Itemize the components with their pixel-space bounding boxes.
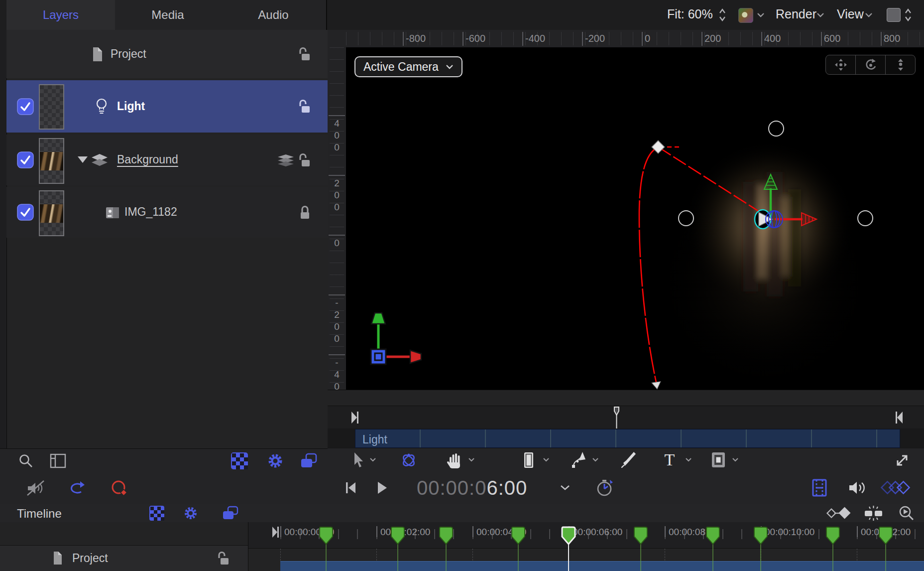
search-icon[interactable] (18, 453, 34, 469)
timeline-ruler[interactable]: 00:00:00:0000:00:02:0000:00:04:0000:00:0… (248, 522, 924, 549)
view-menu[interactable]: View (837, 7, 864, 21)
expand-view-icon[interactable] (894, 452, 910, 468)
camera-select-button[interactable]: Active Camera (354, 56, 462, 77)
tab-media[interactable]: Media (115, 0, 222, 30)
zoom-level-control[interactable]: Fit: 60% (667, 7, 713, 21)
swatch-chevron-icon[interactable] (757, 12, 765, 17)
layer-row-project[interactable]: Project (6, 30, 328, 78)
view-chevron-icon[interactable] (865, 12, 873, 17)
timeline-marker[interactable] (439, 526, 454, 546)
light-clip-bar[interactable]: Light (355, 429, 900, 448)
timeline-marker[interactable] (705, 526, 720, 546)
visibility-checkbox[interactable] (17, 204, 34, 221)
audio-speaker-icon[interactable] (847, 479, 868, 496)
tab-layers[interactable]: Layers (6, 0, 116, 30)
keyframes-icon[interactable] (825, 506, 853, 520)
text-tool-chevron-icon[interactable] (685, 457, 692, 462)
3d-transform-tool[interactable] (400, 452, 417, 469)
timeline-marker[interactable] (633, 526, 648, 546)
timeline-marker[interactable] (319, 526, 334, 546)
play-range-in-marker[interactable] (351, 412, 359, 424)
timeline-in-marker[interactable] (272, 527, 279, 538)
color-well-stepper-icon[interactable] (905, 8, 912, 22)
tab-audio[interactable]: Audio (221, 0, 327, 30)
motion-path-curve[interactable] (639, 147, 658, 382)
select-tool[interactable] (350, 452, 363, 468)
timeline-track-area[interactable]: 00:00:00:0000:00:02:0000:00:04:0000:00:0… (248, 522, 924, 571)
layer-row-img-1182[interactable]: IMG_1182 (6, 187, 328, 238)
rectangle-tool-chevron-icon[interactable] (543, 457, 550, 462)
gear-icon[interactable] (267, 452, 284, 469)
timeline-zoom-icon[interactable] (898, 505, 915, 522)
pen-tool-chevron-icon[interactable] (592, 457, 599, 462)
timeline-row-project[interactable]: Project (0, 546, 248, 571)
scrubber-playhead[interactable] (613, 406, 620, 429)
timecode-display[interactable]: 00:00:06:00 (417, 477, 527, 499)
canvas-frame-icon[interactable] (50, 453, 67, 469)
horizontal-ruler[interactable]: -800-600-400-2000200400600800 (346, 30, 924, 48)
disclosure-triangle-icon[interactable] (78, 156, 88, 163)
unlock-icon[interactable] (298, 99, 311, 114)
timecode-chevron-icon[interactable] (560, 485, 570, 491)
timeline-marker[interactable] (753, 526, 768, 546)
mask-tool-chevron-icon[interactable] (732, 457, 739, 462)
mute-icon[interactable] (26, 480, 46, 497)
stacked-panels-icon[interactable] (222, 506, 239, 521)
keyframe-diamond-handle[interactable] (652, 141, 664, 153)
canvas-viewport[interactable]: Active Camera (346, 47, 924, 390)
visibility-checkbox[interactable] (17, 151, 34, 168)
go-to-start-button[interactable] (344, 481, 357, 495)
world-axis-gizmo[interactable] (371, 313, 421, 364)
play-button[interactable] (374, 481, 388, 495)
orbit-view-button[interactable] (855, 55, 885, 74)
pan-view-button[interactable] (826, 55, 855, 74)
timeline-marker-selected[interactable] (561, 526, 576, 546)
mini-timeline-scrubber[interactable] (328, 406, 924, 429)
record-icon[interactable] (111, 479, 129, 497)
timeline-marker[interactable] (878, 526, 893, 546)
motion-blur-diamonds-icon[interactable] (879, 479, 916, 496)
pan-tool[interactable] (446, 451, 462, 469)
lock-icon[interactable] (299, 205, 312, 220)
rectangle-tool[interactable] (522, 451, 536, 469)
origin-handle[interactable] (371, 349, 386, 364)
layer-thumbnail[interactable] (39, 138, 64, 184)
play-range-out-marker[interactable] (895, 412, 903, 424)
film-render-icon[interactable] (810, 479, 828, 497)
dolly-view-button[interactable] (885, 55, 915, 74)
transparency-checkerboard-icon[interactable] (231, 452, 248, 469)
timeline-marker[interactable] (825, 526, 840, 546)
canvas-color-well[interactable] (887, 8, 901, 22)
paintbrush-tool[interactable] (620, 451, 637, 469)
zoom-stepper-icon[interactable] (719, 8, 726, 22)
render-menu[interactable]: Render (776, 7, 816, 21)
light-handle-circle-right[interactable] (858, 211, 873, 226)
vertical-ruler[interactable]: 4002000-200-400 (328, 47, 346, 390)
gear-icon[interactable] (183, 506, 198, 521)
transparency-checkerboard-icon[interactable] (149, 506, 164, 521)
layer-thumbnail[interactable] (39, 84, 64, 130)
y-axis-arrowhead[interactable] (371, 313, 385, 324)
unlock-icon[interactable] (298, 46, 311, 61)
unlock-icon[interactable] (298, 152, 311, 167)
layer-row-light[interactable]: Light (6, 80, 328, 133)
pan-tool-chevron-icon[interactable] (468, 457, 475, 462)
bezier-pen-tool[interactable] (571, 450, 588, 469)
timeline-marker[interactable] (511, 526, 526, 546)
trim-clips-icon[interactable] (862, 505, 885, 521)
render-chevron-icon[interactable] (816, 12, 824, 17)
text-tool[interactable]: T (662, 451, 677, 469)
unlock-icon[interactable] (217, 551, 230, 566)
timeline-marker[interactable] (390, 526, 405, 546)
stacked-panels-icon[interactable] (300, 452, 318, 469)
visibility-checkbox[interactable] (17, 98, 34, 115)
light-handle-circle-top[interactable] (769, 121, 784, 136)
loop-playback-icon[interactable] (67, 479, 86, 497)
layer-thumbnail[interactable] (39, 190, 64, 236)
timing-stopwatch-icon[interactable] (595, 478, 614, 498)
mask-tool[interactable] (710, 451, 727, 468)
timeline-tracks[interactable] (248, 549, 924, 571)
x-axis-arrowhead[interactable] (410, 350, 421, 363)
color-gradient-swatch[interactable] (738, 8, 753, 23)
select-tool-chevron-icon[interactable] (369, 457, 376, 462)
